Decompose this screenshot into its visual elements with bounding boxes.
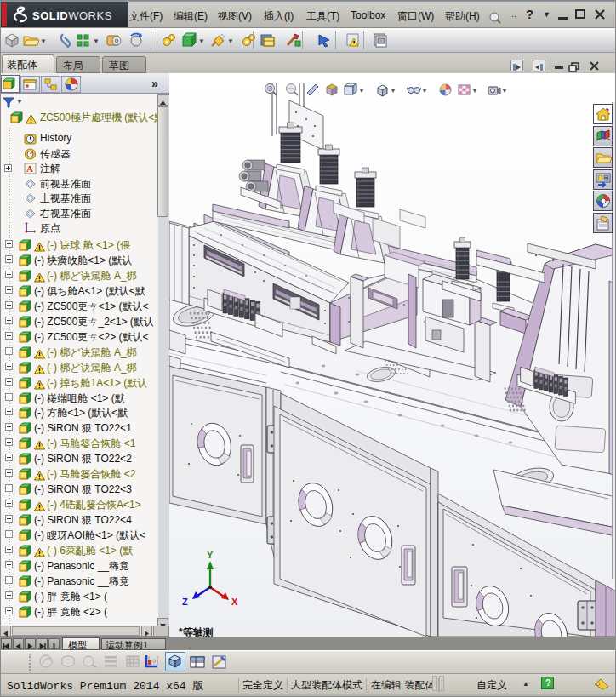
svg-text:A: A xyxy=(26,163,33,174)
svg-text:Y: Y xyxy=(207,550,214,560)
svg-text:X: X xyxy=(231,597,238,607)
svg-text:Z: Z xyxy=(182,597,188,607)
svg-text:SOLIDWORKS: SOLIDWORKS xyxy=(32,9,112,22)
